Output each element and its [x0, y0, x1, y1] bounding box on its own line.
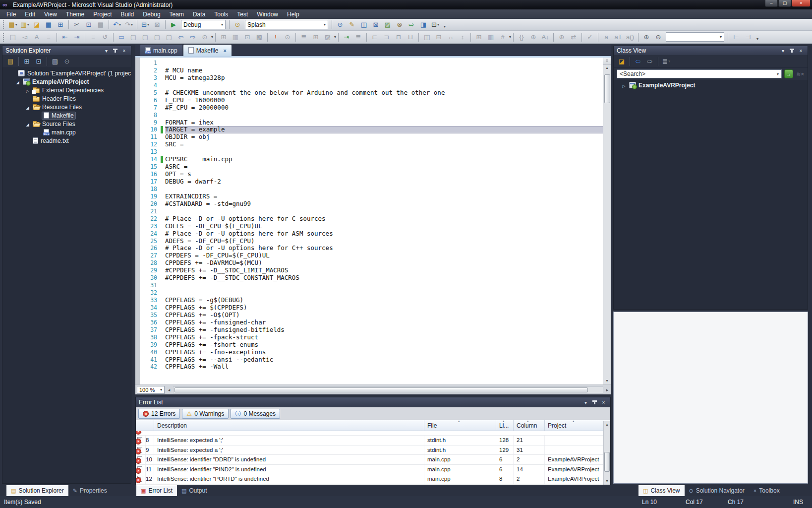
show-results-pane-button[interactable]: ▩ — [254, 32, 265, 42]
dropdown-caret-icon[interactable]: ▾ — [147, 22, 149, 27]
dock-tab[interactable]: ✎ Properties — [68, 485, 112, 496]
maximize-button[interactable]: ▢ — [778, 0, 791, 7]
tab-order-button[interactable]: ⇥ — [341, 32, 352, 42]
find-combo[interactable]: Splash▾ — [245, 20, 328, 29]
error-row[interactable]: 8 IntelliSense: expected a ';' stdint.h … — [136, 436, 610, 445]
menu-item[interactable]: Build — [116, 9, 139, 19]
forward-button[interactable]: ⇨ — [644, 57, 655, 66]
search-input[interactable]: ▾ — [617, 69, 782, 78]
toolbox-options-button[interactable]: ⊗ — [394, 20, 405, 30]
center-horizontally-button[interactable]: ◫ — [421, 32, 432, 42]
command-window-button[interactable]: ⊡▾ — [430, 20, 441, 30]
show-sql-pane-button[interactable]: ⊡ — [242, 32, 253, 42]
indicator-margin[interactable] — [135, 58, 140, 384]
chevron-down-icon[interactable]: ▾ — [720, 35, 722, 39]
tree-item[interactable]: Solution 'ExampleAVRProject' (1 project) — [2, 69, 131, 77]
document-tab[interactable]: main.cpp × — [140, 45, 182, 56]
copy-button[interactable]: ⊡ — [83, 20, 94, 30]
style-combo[interactable]: ▾ — [666, 32, 724, 42]
dropdown-caret-icon[interactable]: ▾ — [509, 35, 511, 39]
task-list-button[interactable]: ▨ — [382, 20, 393, 30]
tree-item[interactable]: readme.txt — [2, 136, 131, 145]
tree-item[interactable]: ExampleAVRProject — [2, 77, 131, 86]
pin-button[interactable] — [112, 47, 119, 54]
split-editor-button[interactable]: ≡ — [603, 58, 611, 64]
menu-item[interactable]: Tools — [210, 9, 232, 19]
cut-button[interactable]: ✂ — [71, 20, 82, 30]
center-vertically-button[interactable]: ⊟ — [433, 32, 444, 42]
window-menu-caret-icon[interactable]: ▾ — [103, 47, 110, 54]
solution-explorer-titlebar[interactable]: Solution Explorer ▾ × — [2, 46, 131, 55]
search-window-button[interactable]: ⊠ — [370, 20, 381, 30]
tree-item[interactable]: Header Files — [2, 94, 131, 103]
window-menu-caret-icon[interactable]: ▾ — [779, 47, 787, 54]
redo-button[interactable]: ↷▾ — [123, 20, 134, 30]
align-tops-button[interactable]: ⊓ — [393, 32, 404, 42]
menu-item[interactable]: Help — [283, 9, 304, 19]
filter-toggle-button[interactable]: 12 Errors — [138, 409, 180, 419]
edit-text-button[interactable]: A — [31, 32, 42, 42]
scroll-up-icon[interactable]: ▴ — [603, 64, 611, 71]
header-description[interactable]: Description — [154, 420, 424, 431]
menu-item[interactable]: View — [40, 9, 61, 19]
make-same-height-button[interactable]: ↕ — [457, 32, 468, 42]
tree-item[interactable]: Makefile — [2, 111, 131, 120]
query-designer-button[interactable]: ⊞ — [218, 32, 229, 42]
close-panel-button[interactable]: × — [797, 47, 805, 54]
group-members-button[interactable]: ⊕ — [556, 32, 567, 42]
dropdown-caret-icon[interactable]: ▾ — [119, 22, 121, 27]
close-document-icon[interactable]: × — [223, 48, 226, 54]
snap-to-grid-button[interactable]: # — [497, 32, 508, 42]
decrease-indent-button[interactable]: ⇤ — [59, 32, 70, 42]
dropdown-caret-icon[interactable]: ▾ — [27, 22, 29, 27]
find-shape-button[interactable]: ⊙ — [199, 32, 210, 42]
solution-configurations-combo[interactable]: Debug▾ — [181, 20, 226, 29]
tree-item[interactable]: Source Files — [2, 120, 131, 128]
tree-item[interactable]: ExampleAVRProject — [614, 81, 808, 89]
scroll-up-icon[interactable]: ▴ — [604, 421, 610, 428]
new-project-button[interactable]: ▤▾ — [7, 20, 18, 30]
error-row[interactable]: 11 IntelliSense: identifier "PIND2" is u… — [136, 465, 610, 475]
quick-find-button[interactable]: ⊙ — [335, 20, 346, 30]
dropdown-caret-icon[interactable]: ▾ — [131, 22, 133, 27]
class-view-titlebar[interactable]: Class View ▾ × — [614, 46, 808, 55]
tree-expander-icon[interactable] — [24, 87, 31, 94]
start-debugging-button[interactable]: ▶ — [168, 20, 179, 30]
add-table-button[interactable]: ⊞ — [310, 32, 321, 42]
move-left-button[interactable]: ⇦ — [175, 32, 186, 42]
dropdown-caret-icon[interactable]: ▾ — [211, 35, 213, 39]
tree-expander-icon[interactable] — [14, 78, 21, 85]
move-right-button[interactable]: ⇨ — [187, 32, 198, 42]
error-list-scrollbar[interactable]: ▴ ▾ — [603, 421, 610, 485]
tree-expander-icon[interactable] — [24, 121, 31, 127]
save-all-button[interactable]: ⊞ — [55, 20, 66, 30]
document-outline-button[interactable]: ≣ — [298, 32, 309, 42]
dock-tab[interactable]: ▤ Output — [177, 485, 211, 496]
show-grid-button[interactable]: ▦ — [485, 32, 496, 42]
code-area[interactable]: 1 2 # MCU name 3 MCU = atmega328p — [140, 60, 603, 371]
class-view-settings-button[interactable]: ≣▾ — [661, 57, 672, 66]
document-tab[interactable]: Makefile × — [183, 45, 232, 56]
selection-pointer-button[interactable]: ◅ — [19, 32, 30, 42]
window-menu-caret-icon[interactable]: ▾ — [582, 399, 589, 406]
vertical-scroll-thumb[interactable] — [604, 74, 610, 103]
verify-sql-button[interactable]: ! — [270, 32, 281, 42]
filter-toggle-button[interactable]: 0 Messages — [231, 409, 280, 419]
navigate-forward-button[interactable]: ⊠ — [152, 20, 163, 30]
chevron-down-icon[interactable]: ▾ — [324, 22, 326, 27]
align-bottoms-button[interactable]: ⊔ — [405, 32, 416, 42]
undo-button[interactable]: ↶▾ — [112, 20, 122, 30]
make-same-width-button[interactable]: ↔ — [445, 32, 456, 42]
add-new-item-button[interactable]: ▥▾ — [19, 20, 30, 30]
brackets-button[interactable]: {} — [516, 32, 527, 42]
member-dropdown-button[interactable]: ⊕ — [528, 32, 539, 42]
dock-tab[interactable]: ▤ Solution Explorer — [6, 485, 68, 496]
menu-item[interactable]: Project — [89, 9, 116, 19]
vertical-scroll-thumb[interactable] — [604, 452, 610, 472]
outline-indent-button[interactable]: ≡ — [43, 32, 54, 42]
new-dialog-button[interactable]: ▭ — [116, 32, 127, 42]
zoom-out-button[interactable]: ⊖ — [653, 32, 664, 42]
size-to-grid-button[interactable]: ⊞ — [473, 32, 484, 42]
menu-item[interactable]: Theme — [61, 9, 89, 19]
group-shapes-button[interactable]: ▢ — [152, 32, 163, 42]
